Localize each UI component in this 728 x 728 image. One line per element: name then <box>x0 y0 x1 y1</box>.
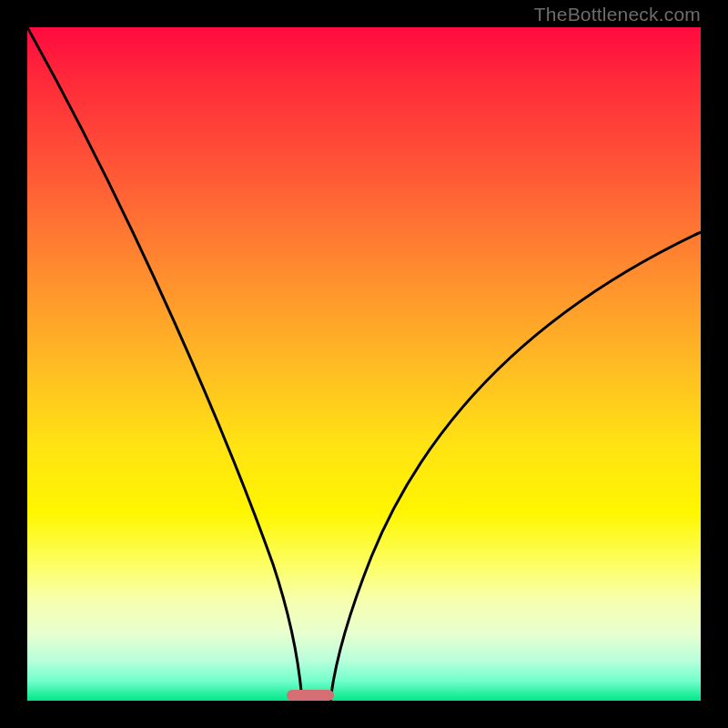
curve-right-branch <box>330 232 701 701</box>
chart-frame: TheBottleneck.com <box>0 0 728 728</box>
optimum-marker-pill <box>287 690 334 701</box>
curve-left-branch <box>27 27 302 701</box>
curve-layer <box>27 27 701 701</box>
watermark-text: TheBottleneck.com <box>534 4 701 25</box>
plot-area <box>27 27 701 701</box>
